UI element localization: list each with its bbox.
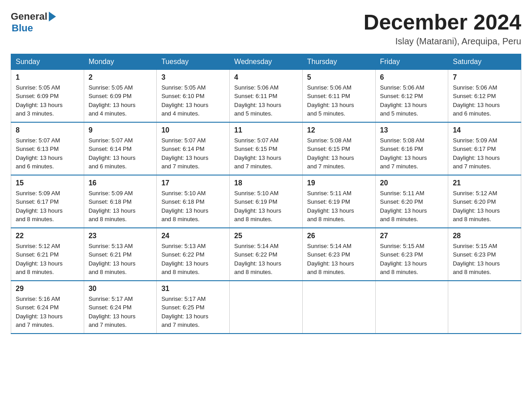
col-tuesday: Tuesday (157, 54, 230, 69)
day-info: Sunrise: 5:07 AM Sunset: 6:14 PM Dayligh… (89, 136, 152, 171)
table-row: 13 Sunrise: 5:08 AM Sunset: 6:16 PM Dayl… (375, 122, 448, 175)
table-row: 25 Sunrise: 5:14 AM Sunset: 6:22 PM Dayl… (230, 228, 303, 281)
day-info: Sunrise: 5:08 AM Sunset: 6:15 PM Dayligh… (307, 136, 371, 171)
table-row: 27 Sunrise: 5:15 AM Sunset: 6:23 PM Dayl… (375, 228, 448, 281)
day-info: Sunrise: 5:14 AM Sunset: 6:23 PM Dayligh… (307, 242, 371, 277)
table-row: 20 Sunrise: 5:11 AM Sunset: 6:20 PM Dayl… (375, 175, 448, 228)
day-info: Sunrise: 5:15 AM Sunset: 6:23 PM Dayligh… (380, 242, 444, 277)
day-number: 2 (89, 73, 152, 81)
day-number: 6 (380, 73, 444, 81)
day-info: Sunrise: 5:14 AM Sunset: 6:22 PM Dayligh… (234, 242, 298, 277)
day-number: 1 (16, 73, 79, 81)
day-info: Sunrise: 5:06 AM Sunset: 6:12 PM Dayligh… (380, 83, 444, 118)
table-row: 11 Sunrise: 5:07 AM Sunset: 6:15 PM Dayl… (230, 122, 303, 175)
logo-general-text: General (11, 11, 47, 22)
calendar-week-row: 29 Sunrise: 5:16 AM Sunset: 6:24 PM Dayl… (11, 281, 521, 334)
table-row: 19 Sunrise: 5:11 AM Sunset: 6:19 PM Dayl… (302, 175, 375, 228)
table-row: 24 Sunrise: 5:13 AM Sunset: 6:22 PM Dayl… (157, 228, 230, 281)
calendar-header-row: Sunday Monday Tuesday Wednesday Thursday… (11, 54, 521, 69)
table-row (230, 281, 303, 334)
col-saturday: Saturday (448, 54, 521, 69)
day-number: 27 (380, 232, 444, 240)
table-row: 17 Sunrise: 5:10 AM Sunset: 6:18 PM Dayl… (157, 175, 230, 228)
table-row (375, 281, 448, 334)
table-row: 1 Sunrise: 5:05 AM Sunset: 6:09 PM Dayli… (11, 69, 84, 122)
day-info: Sunrise: 5:17 AM Sunset: 6:24 PM Dayligh… (89, 295, 152, 330)
day-info: Sunrise: 5:09 AM Sunset: 6:17 PM Dayligh… (16, 189, 79, 224)
day-number: 28 (453, 232, 516, 240)
day-info: Sunrise: 5:07 AM Sunset: 6:13 PM Dayligh… (16, 136, 79, 171)
col-monday: Monday (84, 54, 157, 69)
day-number: 11 (234, 126, 298, 134)
table-row: 2 Sunrise: 5:05 AM Sunset: 6:09 PM Dayli… (84, 69, 157, 122)
calendar-week-row: 1 Sunrise: 5:05 AM Sunset: 6:09 PM Dayli… (11, 69, 521, 122)
title-section: December 2024 Islay (Matarani), Arequipa… (364, 11, 521, 47)
day-number: 18 (234, 179, 298, 187)
day-number: 15 (16, 179, 79, 187)
table-row: 29 Sunrise: 5:16 AM Sunset: 6:24 PM Dayl… (11, 281, 84, 334)
day-number: 13 (380, 126, 444, 134)
day-number: 5 (307, 73, 371, 81)
day-info: Sunrise: 5:13 AM Sunset: 6:22 PM Dayligh… (161, 242, 225, 277)
day-number: 22 (16, 232, 79, 240)
day-info: Sunrise: 5:12 AM Sunset: 6:21 PM Dayligh… (16, 242, 79, 277)
calendar-week-row: 8 Sunrise: 5:07 AM Sunset: 6:13 PM Dayli… (11, 122, 521, 175)
day-number: 17 (161, 179, 225, 187)
day-number: 21 (453, 179, 516, 187)
day-info: Sunrise: 5:06 AM Sunset: 6:11 PM Dayligh… (234, 83, 298, 118)
day-number: 10 (161, 126, 225, 134)
day-number: 7 (453, 73, 516, 81)
table-row (302, 281, 375, 334)
day-number: 3 (161, 73, 225, 81)
day-info: Sunrise: 5:16 AM Sunset: 6:24 PM Dayligh… (16, 295, 79, 330)
table-row: 10 Sunrise: 5:07 AM Sunset: 6:14 PM Dayl… (157, 122, 230, 175)
day-info: Sunrise: 5:05 AM Sunset: 6:09 PM Dayligh… (16, 83, 79, 118)
day-info: Sunrise: 5:07 AM Sunset: 6:15 PM Dayligh… (234, 136, 298, 171)
table-row: 5 Sunrise: 5:06 AM Sunset: 6:11 PM Dayli… (302, 69, 375, 122)
logo-blue-text: Blue (12, 22, 33, 34)
day-info: Sunrise: 5:07 AM Sunset: 6:14 PM Dayligh… (161, 136, 225, 171)
table-row: 28 Sunrise: 5:15 AM Sunset: 6:23 PM Dayl… (448, 228, 521, 281)
calendar-week-row: 15 Sunrise: 5:09 AM Sunset: 6:17 PM Dayl… (11, 175, 521, 228)
col-friday: Friday (375, 54, 448, 69)
day-number: 23 (89, 232, 152, 240)
table-row: 30 Sunrise: 5:17 AM Sunset: 6:24 PM Dayl… (84, 281, 157, 334)
day-info: Sunrise: 5:10 AM Sunset: 6:19 PM Dayligh… (234, 189, 298, 224)
day-info: Sunrise: 5:12 AM Sunset: 6:20 PM Dayligh… (453, 189, 516, 224)
day-info: Sunrise: 5:06 AM Sunset: 6:12 PM Dayligh… (453, 83, 516, 118)
day-info: Sunrise: 5:13 AM Sunset: 6:21 PM Dayligh… (89, 242, 152, 277)
table-row: 8 Sunrise: 5:07 AM Sunset: 6:13 PM Dayli… (11, 122, 84, 175)
day-info: Sunrise: 5:06 AM Sunset: 6:11 PM Dayligh… (307, 83, 371, 118)
day-info: Sunrise: 5:05 AM Sunset: 6:09 PM Dayligh… (89, 83, 152, 118)
month-title: December 2024 (364, 11, 521, 34)
page-header: General Blue December 2024 Islay (Matara… (11, 11, 521, 47)
table-row: 22 Sunrise: 5:12 AM Sunset: 6:21 PM Dayl… (11, 228, 84, 281)
day-number: 25 (234, 232, 298, 240)
day-info: Sunrise: 5:05 AM Sunset: 6:10 PM Dayligh… (161, 83, 225, 118)
day-number: 26 (307, 232, 371, 240)
day-number: 4 (234, 73, 298, 81)
logo: General Blue (11, 11, 56, 34)
col-thursday: Thursday (302, 54, 375, 69)
table-row: 14 Sunrise: 5:09 AM Sunset: 6:17 PM Dayl… (448, 122, 521, 175)
logo-arrow-icon (49, 12, 56, 21)
table-row: 23 Sunrise: 5:13 AM Sunset: 6:21 PM Dayl… (84, 228, 157, 281)
day-number: 12 (307, 126, 371, 134)
day-info: Sunrise: 5:09 AM Sunset: 6:18 PM Dayligh… (89, 189, 152, 224)
calendar-table: Sunday Monday Tuesday Wednesday Thursday… (11, 54, 521, 334)
day-number: 29 (16, 285, 79, 293)
calendar-week-row: 22 Sunrise: 5:12 AM Sunset: 6:21 PM Dayl… (11, 228, 521, 281)
day-number: 8 (16, 126, 79, 134)
day-number: 19 (307, 179, 371, 187)
table-row: 9 Sunrise: 5:07 AM Sunset: 6:14 PM Dayli… (84, 122, 157, 175)
day-info: Sunrise: 5:09 AM Sunset: 6:17 PM Dayligh… (453, 136, 516, 171)
day-info: Sunrise: 5:17 AM Sunset: 6:25 PM Dayligh… (161, 295, 225, 330)
table-row: 31 Sunrise: 5:17 AM Sunset: 6:25 PM Dayl… (157, 281, 230, 334)
day-info: Sunrise: 5:11 AM Sunset: 6:20 PM Dayligh… (380, 189, 444, 224)
day-number: 14 (453, 126, 516, 134)
col-wednesday: Wednesday (230, 54, 303, 69)
table-row (448, 281, 521, 334)
day-info: Sunrise: 5:15 AM Sunset: 6:23 PM Dayligh… (453, 242, 516, 277)
day-number: 30 (89, 285, 152, 293)
day-number: 16 (89, 179, 152, 187)
